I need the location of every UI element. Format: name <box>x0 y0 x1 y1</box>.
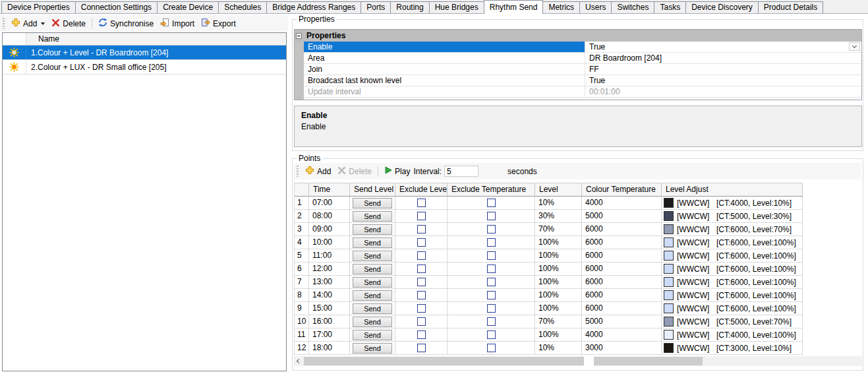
exclude-level-checkbox[interactable] <box>417 251 426 260</box>
property-value[interactable]: 00:01:00 <box>585 86 861 97</box>
exclude-temperature-checkbox[interactable] <box>487 304 496 313</box>
synchronise-button[interactable]: Synchronise <box>95 16 157 30</box>
send-button[interactable]: Send <box>353 290 392 301</box>
exclude-level-checkbox[interactable] <box>417 330 426 339</box>
tab-tasks[interactable]: Tasks <box>654 1 686 13</box>
tab-hue-bridges[interactable]: Hue Bridges <box>429 1 484 13</box>
send-button[interactable]: Send <box>353 237 392 248</box>
exclude-level-checkbox[interactable] <box>417 317 426 326</box>
add-button[interactable]: Add <box>8 16 48 30</box>
row-number-cell[interactable]: 8 <box>295 289 309 302</box>
property-row-area[interactable]: AreaDR Boardroom [204] <box>304 53 861 64</box>
exclude-temperature-checkbox[interactable] <box>487 225 496 234</box>
property-category-row[interactable]: Properties <box>295 30 861 42</box>
exclude-temperature-checkbox[interactable] <box>487 212 496 220</box>
export-button[interactable]: Export <box>198 16 239 30</box>
property-row-enable[interactable]: EnableTrue <box>304 42 861 53</box>
col-header-send-level[interactable]: Send Level <box>350 183 395 197</box>
send-button[interactable]: Send <box>353 303 392 314</box>
send-button[interactable]: Send <box>353 330 392 340</box>
row-number-cell[interactable]: 7 <box>295 276 309 289</box>
property-value[interactable]: FF <box>585 64 861 75</box>
property-row-update-interval[interactable]: Update interval00:01:00 <box>304 86 861 98</box>
row-number-cell[interactable]: 2 <box>295 210 309 223</box>
tab-device-discovery[interactable]: Device Discovery <box>685 1 759 13</box>
tab-users[interactable]: Users <box>579 1 612 13</box>
delete-button[interactable]: Delete <box>48 17 89 30</box>
tab-connection-settings[interactable]: Connection Settings <box>75 1 158 13</box>
exclude-level-checkbox[interactable] <box>417 212 426 220</box>
exclude-level-checkbox[interactable] <box>417 304 426 313</box>
exclude-temperature-checkbox[interactable] <box>487 199 496 207</box>
row-number-cell[interactable]: 12 <box>295 342 309 355</box>
scroll-right-arrow-icon[interactable] <box>584 356 594 366</box>
property-row-broadcast-last-known-level[interactable]: Broadcast last known levelTrue <box>304 75 861 86</box>
tab-switches[interactable]: Switches <box>611 1 654 13</box>
exclude-temperature-checkbox[interactable] <box>487 344 496 352</box>
exclude-level-checkbox[interactable] <box>417 291 426 299</box>
exclude-temperature-checkbox[interactable] <box>487 291 496 299</box>
tab-product-details[interactable]: Product Details <box>758 1 823 13</box>
col-header-row-number[interactable] <box>295 183 309 197</box>
collapse-icon[interactable] <box>296 33 302 39</box>
exclude-level-checkbox[interactable] <box>417 225 426 234</box>
exclude-temperature-checkbox[interactable] <box>487 330 496 339</box>
tab-schedules[interactable]: Schedules <box>218 1 267 13</box>
list-item[interactable]: 1.Colour + Level - DR Boardroom [204] <box>3 46 286 60</box>
row-number-cell[interactable]: 10 <box>295 315 309 328</box>
property-value[interactable]: True <box>585 42 861 52</box>
points-toolbar-grip[interactable] <box>297 166 299 177</box>
name-column-header[interactable]: Name <box>26 33 286 45</box>
exclude-level-checkbox[interactable] <box>417 238 426 247</box>
exclude-level-checkbox[interactable] <box>417 199 426 207</box>
property-value[interactable]: DR Boardroom [204] <box>585 53 861 63</box>
send-button[interactable]: Send <box>353 343 392 354</box>
send-button[interactable]: Send <box>353 211 392 222</box>
exclude-level-checkbox[interactable] <box>417 278 426 286</box>
icon-column-header[interactable] <box>3 33 26 45</box>
row-number-cell[interactable]: 11 <box>295 328 309 342</box>
combo-dropdown-button[interactable] <box>849 42 860 51</box>
exclude-temperature-checkbox[interactable] <box>487 278 496 286</box>
exclude-temperature-checkbox[interactable] <box>487 238 496 247</box>
tab-ports[interactable]: Ports <box>361 1 391 13</box>
scroll-left-arrow-icon[interactable] <box>294 356 304 366</box>
exclude-level-checkbox[interactable] <box>417 344 426 352</box>
play-button[interactable]: Play <box>381 165 413 177</box>
tab-metrics[interactable]: Metrics <box>542 1 580 13</box>
exclude-level-checkbox[interactable] <box>417 265 426 273</box>
col-header-level-adjust[interactable]: Level Adjust <box>662 183 803 197</box>
send-button[interactable]: Send <box>353 317 392 327</box>
send-button[interactable]: Send <box>353 198 392 208</box>
col-header-exclude-temperature[interactable]: Exclude Temperature <box>448 183 535 197</box>
row-number-cell[interactable]: 1 <box>295 197 309 210</box>
exclude-temperature-checkbox[interactable] <box>487 251 496 260</box>
row-number-cell[interactable]: 6 <box>295 263 309 276</box>
toolbar-grip[interactable] <box>3 18 5 29</box>
tab-bridge-address-ranges[interactable]: Bridge Address Ranges <box>266 1 361 13</box>
tab-device-properties[interactable]: Device Properties <box>1 1 76 13</box>
points-add-button[interactable]: Add <box>302 164 334 178</box>
row-number-cell[interactable]: 4 <box>295 236 309 249</box>
scrollbar-thumb[interactable] <box>304 357 703 365</box>
col-header-colour-temperature[interactable]: Colour Temperature <box>582 183 662 197</box>
horizontal-scrollbar[interactable] <box>294 356 862 366</box>
property-value[interactable]: True <box>585 75 861 86</box>
send-button[interactable]: Send <box>353 224 392 235</box>
exclude-temperature-checkbox[interactable] <box>487 317 496 326</box>
send-button[interactable]: Send <box>353 264 392 274</box>
exclude-temperature-checkbox[interactable] <box>487 265 496 273</box>
col-header-level[interactable]: Level <box>535 183 582 197</box>
interval-input[interactable] <box>444 166 478 177</box>
row-number-cell[interactable]: 3 <box>295 223 309 236</box>
row-number-cell[interactable]: 9 <box>295 302 309 315</box>
tab-create-device[interactable]: Create Device <box>157 1 219 13</box>
tab-routing[interactable]: Routing <box>390 1 429 13</box>
col-header-time[interactable]: Time <box>309 183 350 197</box>
add-dropdown-caret-icon[interactable] <box>41 22 45 25</box>
import-button[interactable]: Import <box>157 16 198 30</box>
send-button[interactable]: Send <box>353 251 392 261</box>
row-number-cell[interactable]: 5 <box>295 249 309 263</box>
points-delete-button[interactable]: Delete <box>334 165 375 178</box>
property-row-join[interactable]: JoinFF <box>304 64 861 75</box>
